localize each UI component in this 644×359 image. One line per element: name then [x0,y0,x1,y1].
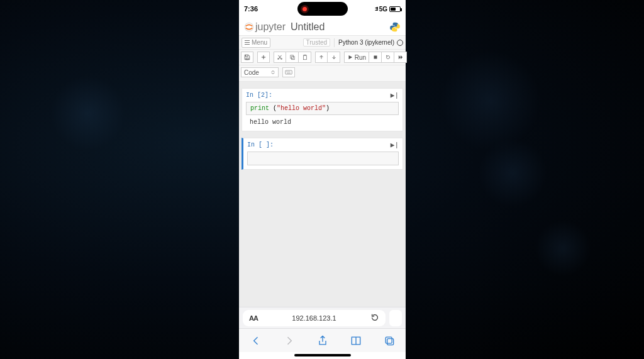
python-logo-icon[interactable] [389,21,401,33]
code-input[interactable] [247,152,399,165]
hamburger-icon [245,40,250,45]
cell-type-select[interactable]: Code [241,67,279,77]
jupyter-header: jupyter Untitled [239,18,406,36]
reload-button[interactable] [370,313,379,323]
status-time: 7:36 [244,5,282,13]
side-button[interactable] [389,310,402,326]
svg-rect-9 [286,72,287,72]
status-bar: 7:36 ::!! 5G [239,0,406,18]
home-indicator [294,354,351,356]
command-palette-button[interactable] [282,67,295,77]
svg-rect-8 [286,70,292,74]
cell-run-icon[interactable]: ▶| [391,141,399,149]
kernel-status-icon [397,40,403,46]
svg-rect-13 [386,337,392,343]
toolbar: Run [239,50,406,65]
code-cell-2[interactable]: In [ ]: ▶| [242,138,403,170]
restart-button[interactable] [382,52,394,63]
menu-bar: Menu Trusted Python 3 (ipykernel) [239,36,406,50]
move-down-button[interactable] [328,52,340,63]
network-label: 5G [379,6,387,13]
back-button[interactable] [248,333,264,348]
url-field[interactable]: AA 192.168.123.1 [243,310,386,326]
copy-button[interactable] [286,52,299,63]
svg-rect-7 [374,56,377,59]
cell-prompt: In [ ]: [247,141,274,148]
svg-rect-10 [288,72,289,72]
dynamic-island [297,2,348,16]
browser-url-bar: AA 192.168.123.1 [239,307,406,328]
code-cell-1[interactable]: In [2]: ▶| print ("hello world") hello w… [242,88,403,131]
menu-label: Menu [252,39,267,46]
svg-rect-11 [289,72,291,72]
browser-nav-bar [239,328,406,352]
paste-button[interactable] [299,52,311,63]
cell-output: hello world [242,119,402,131]
bookmarks-button[interactable] [348,333,364,348]
status-right: ::!! 5G [363,6,401,13]
run-button[interactable]: Run [344,52,369,63]
cell-type-row: Code [239,65,406,82]
move-up-button[interactable] [315,52,328,63]
cell-type-value: Code [244,69,259,76]
url-text: 192.168.123.1 [292,314,336,322]
notebook-area[interactable]: In [2]: ▶| print ("hello world") hello w… [239,82,406,307]
signal-icon: ::!! [375,6,377,12]
chevron-updown-icon [270,69,275,76]
menu-button[interactable]: Menu [242,38,270,48]
brand-label: jupyter [255,21,286,33]
run-all-button[interactable] [394,52,407,63]
phone-frame: 7:36 ::!! 5G jupyter Untitled Menu [239,0,406,359]
cell-run-icon[interactable]: ▶| [391,91,399,99]
share-button[interactable] [315,333,330,348]
text-size-button[interactable]: AA [249,314,258,322]
svg-rect-14 [387,338,393,345]
recording-indicator-icon [303,7,307,11]
svg-rect-6 [304,55,306,55]
code-input[interactable]: print ("hello world") [246,102,399,115]
run-label: Run [355,54,366,61]
stop-button[interactable] [369,52,382,63]
save-button[interactable] [241,52,253,63]
svg-point-0 [245,23,253,31]
insert-cell-button[interactable] [257,52,270,63]
svg-rect-5 [303,55,306,60]
svg-rect-12 [287,73,291,74]
battery-icon [389,6,401,12]
trusted-badge[interactable]: Trusted [303,38,331,47]
kernel-label[interactable]: Python 3 (ipykernel) [338,39,394,46]
separator [334,38,335,47]
cell-prompt: In [2]: [246,92,272,99]
cut-button[interactable] [274,52,286,63]
tabs-button[interactable] [382,333,397,348]
notebook-title[interactable]: Untitled [291,21,325,33]
jupyter-logo[interactable]: jupyter [244,21,286,33]
forward-button[interactable] [282,333,297,348]
